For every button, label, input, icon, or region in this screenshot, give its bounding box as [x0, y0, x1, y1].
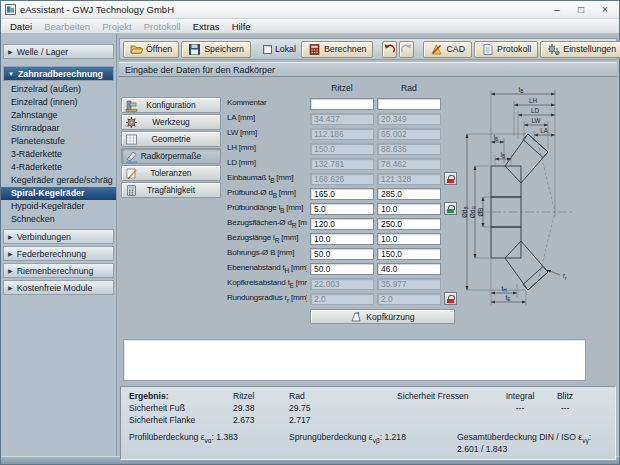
input-panel: Konfiguration Werkzeug Geometrie Radkörp… — [117, 77, 619, 335]
input-ritzel[interactable] — [310, 188, 374, 200]
input-ritzel[interactable] — [310, 263, 374, 275]
dim-label-LA: LA — [540, 127, 549, 134]
sidebar-item[interactable]: Kegelräder gerade/schräg — [1, 174, 116, 187]
field-label: Bezugsflächen-Ø dR [mm] — [227, 218, 307, 229]
radkoerpermasse-button[interactable]: Radkörpermaße — [121, 148, 221, 164]
dim-label-LW: LW — [532, 117, 541, 124]
undo-icon — [383, 43, 396, 56]
konfiguration-button[interactable]: Konfiguration — [121, 97, 221, 113]
dim-label-lB2: lB — [501, 151, 506, 160]
input-rad[interactable] — [377, 98, 441, 110]
result-ritzel: 29.38 — [233, 403, 289, 413]
maximize-button[interactable]: □ — [569, 2, 593, 18]
field-label: Bohrungs-Ø B [mm] — [227, 248, 307, 259]
toleranzen-button[interactable]: Toleranzen — [121, 165, 221, 181]
sidebar-section-zahnradberechnung[interactable]: ▼ Zahnradberechnung — [3, 66, 114, 81]
tragfaehigkeit-button[interactable]: Tragfähigkeit — [121, 182, 221, 198]
input-rad — [377, 158, 441, 170]
input-rad[interactable] — [377, 233, 441, 245]
menu-item[interactable]: Extras — [187, 21, 226, 32]
sidebar-item[interactable]: Planetenstufe — [1, 135, 116, 148]
field-label: LD [mm] — [227, 158, 307, 169]
input-ritzel — [310, 173, 374, 185]
form-row: Einbaumaß tB [mm] — [227, 171, 461, 186]
result-rad: 2.717 — [289, 415, 397, 425]
input-rad — [377, 278, 441, 290]
close-button[interactable]: × — [593, 2, 617, 18]
sidebar-item[interactable]: Einzelrad (innen) — [1, 96, 116, 109]
input-ritzel — [310, 143, 374, 155]
input-ritzel[interactable] — [310, 233, 374, 245]
results-col-fressen: Sicherheit Fressen — [397, 391, 495, 401]
document-icon — [481, 43, 494, 56]
overlap-value: Gesamtüberdeckung DIN / ISO εvγ: 2.601 /… — [457, 432, 607, 454]
sidebar: ▶ Welle / Lager ▼ Zahnradberechnung Einz… — [1, 34, 117, 456]
form-row: LA [mm] — [227, 111, 461, 126]
sidebar-section[interactable]: ▶Federberechnung — [3, 246, 114, 261]
sidebar-section-welle-lager[interactable]: ▶ Welle / Lager — [3, 44, 114, 59]
cad-button[interactable]: CAD — [423, 41, 472, 58]
result-integral — [495, 415, 545, 425]
input-rad[interactable] — [377, 248, 441, 260]
minimize-button[interactable]: – — [545, 2, 569, 18]
sidebar-item[interactable]: Stirnradpaar — [1, 122, 116, 135]
input-rad — [377, 113, 441, 125]
werkzeug-button[interactable]: Werkzeug — [121, 114, 221, 130]
main-area: ▶ Welle / Lager ▼ Zahnradberechnung Einz… — [1, 34, 619, 456]
kopfkuerzung-button[interactable]: Kopfkürzung — [310, 309, 455, 324]
sidebar-item[interactable]: 3-Räderkette — [1, 148, 116, 161]
sidebar-section[interactable]: ▶Riemenberechnung — [3, 263, 114, 278]
cone-dimension-icon — [125, 150, 138, 163]
dim-label-tB: tB — [519, 86, 524, 95]
geometrie-button[interactable]: Geometrie — [121, 131, 221, 147]
result-blitz — [545, 415, 585, 425]
tool-gear-icon — [125, 116, 138, 129]
input-rad[interactable] — [377, 188, 441, 200]
sidebar-section[interactable]: ▶Verbindungen — [3, 229, 114, 244]
chevron-right-icon: ▶ — [8, 267, 13, 274]
chevron-right-icon: ▶ — [8, 250, 13, 257]
lock-icon-button[interactable] — [444, 202, 457, 215]
sidebar-item[interactable]: Spiral-Kegelräder — [1, 187, 116, 200]
calculator-icon — [308, 43, 321, 56]
undo-button[interactable] — [382, 41, 397, 58]
results-panel: Ergebnis: Ritzel Rad Sicherheit Fressen … — [120, 386, 616, 460]
input-ritzel — [310, 293, 374, 305]
lock-icon-button[interactable] — [444, 292, 457, 305]
menu-item[interactable]: Hilfe — [226, 21, 257, 32]
form-row: Bohrungs-Ø B [mm] — [227, 246, 461, 261]
protokoll-button[interactable]: Protokoll — [474, 41, 538, 58]
sidebar-item[interactable]: Hypoid-Kegelräder — [1, 200, 116, 213]
result-ritzel: 2.673 — [233, 415, 289, 425]
settings-button[interactable]: Einstellungen — [540, 41, 620, 58]
form-row: Kommentar — [227, 96, 461, 111]
input-ritzel[interactable] — [310, 248, 374, 260]
lock-icon-button[interactable] — [444, 172, 457, 185]
sidebar-section[interactable]: ▶Kostenfreie Module — [3, 280, 114, 295]
input-ritzel — [310, 278, 374, 290]
content-area: Öffnen Speichern Lokal Berechnen — [117, 34, 619, 456]
form-row: Rundungsradius rr [mm] — [227, 291, 461, 306]
calculate-button[interactable]: Berechnen — [301, 41, 374, 58]
input-ritzel[interactable] — [310, 218, 374, 230]
sidebar-item[interactable]: 4-Räderkette — [1, 161, 116, 174]
input-ritzel[interactable] — [310, 98, 374, 110]
input-rad[interactable] — [377, 203, 441, 215]
lokal-checkbox[interactable] — [263, 45, 272, 54]
input-ritzel[interactable] — [310, 203, 374, 215]
sidebar-item[interactable]: Zahnstange — [1, 109, 116, 122]
sidebar-item[interactable]: Einzelrad (außen) — [1, 83, 116, 96]
input-rad[interactable] — [377, 263, 441, 275]
lokal-checkbox-group: Lokal — [260, 44, 299, 54]
results-title: Ergebnis: — [129, 391, 233, 401]
dim-label-rr: rr — [563, 272, 567, 281]
save-button[interactable]: Speichern — [181, 41, 251, 58]
open-button[interactable]: Öffnen — [123, 41, 179, 58]
menu-item[interactable]: Datei — [4, 21, 38, 32]
input-rad[interactable] — [377, 218, 441, 230]
redo-button — [399, 41, 414, 58]
sidebar-item[interactable]: Schnecken — [1, 213, 116, 226]
input-ritzel — [310, 128, 374, 140]
gear-drawing: tB LH LD LW LA lB — [459, 79, 615, 323]
form-grid: Ritzel Rad Kommentar LA [mm] LW [mm] LH … — [227, 83, 461, 335]
